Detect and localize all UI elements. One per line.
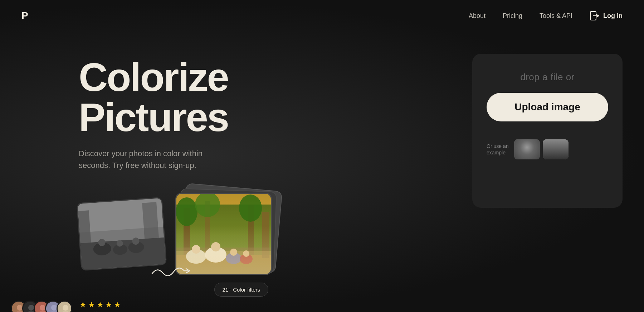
svg-point-28 bbox=[226, 253, 241, 264]
hero-section: Colorize Pictures Discover your photos i… bbox=[0, 29, 644, 286]
example-row: Or use an example bbox=[487, 139, 608, 159]
nav-tools[interactable]: Tools & API bbox=[540, 12, 572, 20]
example-label: Or use an example bbox=[487, 143, 508, 156]
star-5: ★ bbox=[114, 300, 121, 309]
svg-point-46 bbox=[28, 305, 34, 311]
svg-point-52 bbox=[51, 305, 57, 311]
star-1: ★ bbox=[79, 300, 87, 309]
svg-rect-37 bbox=[543, 139, 569, 159]
svg-point-30 bbox=[240, 254, 253, 264]
login-icon bbox=[590, 11, 600, 21]
stars: ★ ★ ★ ★ ★ bbox=[79, 300, 142, 309]
svg-point-25 bbox=[192, 245, 200, 254]
svg-rect-33 bbox=[514, 139, 540, 159]
svg-rect-34 bbox=[514, 147, 540, 159]
photo-demo-area: 21+ Color filters bbox=[79, 193, 279, 286]
svg-point-26 bbox=[205, 247, 226, 263]
hero-title: Colorize Pictures bbox=[79, 57, 444, 138]
svg-point-55 bbox=[63, 305, 68, 311]
drop-text: drop a file or bbox=[520, 72, 575, 83]
svg-point-31 bbox=[243, 250, 249, 257]
navbar: P About Pricing Tools & API Log in bbox=[0, 0, 644, 21]
example-thumbs bbox=[514, 139, 569, 159]
svg-point-49 bbox=[40, 305, 45, 311]
page-wrapper: P About Pricing Tools & API Log in Color… bbox=[0, 0, 644, 312]
hero-left: Colorize Pictures Discover your photos i… bbox=[79, 50, 444, 286]
svg-point-43 bbox=[17, 305, 23, 311]
star-3: ★ bbox=[97, 300, 104, 309]
rating-block: ★ ★ ★ ★ ★ trusted by 2,412,711 people bbox=[79, 300, 142, 312]
arrow-doodle bbox=[150, 259, 193, 282]
login-label: Log in bbox=[603, 12, 623, 20]
filter-badge: 21+ Color filters bbox=[214, 283, 268, 297]
svg-point-35 bbox=[520, 148, 534, 156]
svg-point-40 bbox=[545, 151, 555, 158]
svg-point-36 bbox=[524, 144, 530, 150]
svg-rect-38 bbox=[543, 139, 569, 152]
nav-pricing[interactable]: Pricing bbox=[503, 12, 522, 20]
svg-rect-39 bbox=[543, 152, 569, 159]
bw-photo-inner bbox=[78, 198, 166, 270]
svg-point-27 bbox=[211, 242, 220, 251]
nav-links: About Pricing Tools & API Log in bbox=[469, 11, 623, 21]
star-2: ★ bbox=[88, 300, 95, 309]
svg-point-41 bbox=[556, 150, 567, 158]
star-4: ★ bbox=[105, 300, 112, 309]
svg-point-29 bbox=[230, 249, 237, 256]
avatar-stack bbox=[11, 301, 72, 312]
social-proof: ★ ★ ★ ★ ★ trusted by 2,412,711 people bbox=[0, 300, 644, 312]
logo[interactable]: P bbox=[21, 10, 28, 21]
example-thumb-1[interactable] bbox=[514, 139, 540, 159]
example-thumb-2[interactable] bbox=[543, 139, 569, 159]
nav-about[interactable]: About bbox=[469, 12, 486, 20]
avatar-5 bbox=[57, 301, 72, 312]
upload-button[interactable]: Upload image bbox=[487, 93, 608, 121]
hero-subtitle: Discover your photos in color within sec… bbox=[79, 148, 222, 171]
login-button[interactable]: Log in bbox=[590, 11, 623, 21]
upload-panel: drop a file or Upload image Or use an ex… bbox=[472, 54, 623, 208]
